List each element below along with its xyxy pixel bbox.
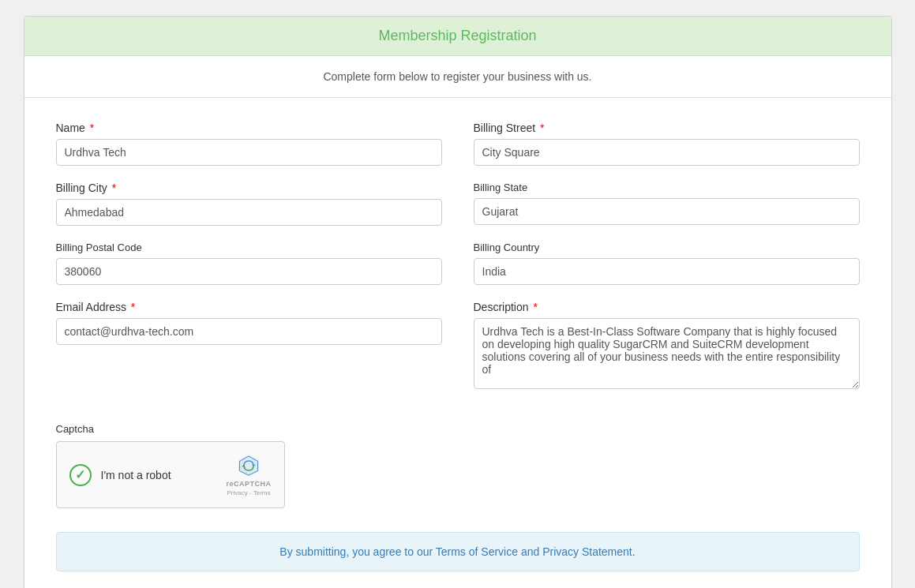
billing-postal-input[interactable]: [56, 258, 442, 285]
page-header: Membership Registration: [24, 17, 891, 56]
terms-bar: By submitting, you agree to our Terms of…: [56, 532, 860, 571]
form-row-3: Billing Postal Code Billing Country: [56, 242, 860, 285]
page-title: Membership Registration: [40, 28, 876, 44]
description-textarea[interactable]: Urdhva Tech is a Best-In-Class Software …: [474, 318, 860, 389]
billing-city-label: Billing City *: [56, 182, 442, 194]
form-section: Name * Billing Street * Billing City * B…: [24, 98, 891, 423]
billing-state-label: Billing State: [474, 182, 860, 193]
captcha-left: I'm not a robot: [69, 464, 171, 486]
billing-street-group: Billing Street *: [474, 122, 860, 166]
captcha-right: reCAPTCHA Privacy - Terms: [226, 453, 271, 496]
captcha-checkmark: [69, 464, 92, 486]
captcha-section: Captcha I'm not a robot reCAPTCHA Privac…: [24, 423, 891, 524]
email-required: *: [128, 301, 135, 313]
description-label: Description *: [474, 301, 860, 313]
email-input[interactable]: [56, 318, 442, 345]
subtitle-bar: Complete form below to register your bus…: [24, 56, 891, 98]
billing-country-label: Billing Country: [474, 242, 860, 253]
description-wrapper: Urdhva Tech is a Best-In-Class Software …: [474, 318, 860, 391]
billing-street-required: *: [537, 122, 544, 134]
billing-country-input[interactable]: [474, 258, 860, 285]
email-label: Email Address *: [56, 301, 442, 313]
name-required: *: [87, 122, 94, 134]
billing-city-group: Billing City *: [56, 182, 442, 226]
billing-postal-label: Billing Postal Code: [56, 242, 442, 253]
billing-street-input[interactable]: [474, 139, 860, 166]
email-group: Email Address *: [56, 301, 442, 391]
captcha-box[interactable]: I'm not a robot reCAPTCHA Privacy - Term…: [56, 441, 285, 508]
form-row-4: Email Address * Description * Urdhva Tec…: [56, 301, 860, 391]
billing-city-required: *: [109, 182, 116, 194]
name-input[interactable]: [56, 139, 442, 166]
description-group: Description * Urdhva Tech is a Best-In-C…: [474, 301, 860, 391]
name-label: Name *: [56, 122, 442, 134]
billing-country-group: Billing Country: [474, 242, 860, 285]
billing-state-input[interactable]: [474, 198, 860, 225]
billing-city-input[interactable]: [56, 199, 442, 226]
billing-state-group: Billing State: [474, 182, 860, 226]
recaptcha-links[interactable]: Privacy - Terms: [227, 489, 271, 496]
subtitle-text: Complete form below to register your bus…: [323, 70, 591, 83]
captcha-not-robot-text: I'm not a robot: [101, 469, 171, 481]
captcha-label: Captcha: [56, 423, 860, 435]
name-group: Name *: [56, 122, 442, 166]
recaptcha-brand: reCAPTCHA: [226, 480, 271, 488]
main-container: Membership Registration Complete form be…: [24, 16, 892, 588]
form-row-1: Name * Billing Street *: [56, 122, 860, 166]
billing-street-label: Billing Street *: [474, 122, 860, 134]
billing-postal-group: Billing Postal Code: [56, 242, 442, 285]
terms-text: By submitting, you agree to our Terms of…: [279, 545, 635, 558]
description-required: *: [531, 301, 538, 313]
form-row-2: Billing City * Billing State: [56, 182, 860, 226]
recaptcha-logo-icon: [236, 453, 261, 478]
